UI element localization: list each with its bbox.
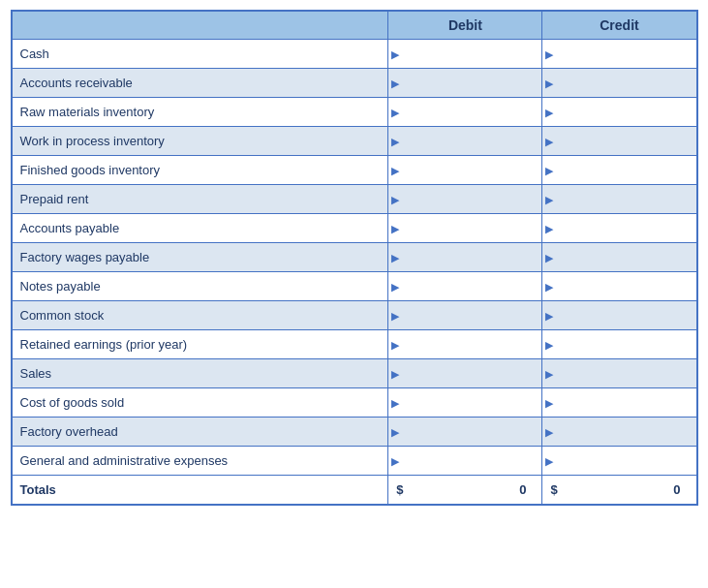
- debit-cell[interactable]: ▶: [388, 447, 542, 476]
- table-row: Prepaid rent▶▶: [12, 185, 696, 214]
- accounting-table: Debit Credit Cash▶▶Accounts receivable▶▶…: [11, 10, 698, 506]
- debit-cell[interactable]: ▶: [388, 243, 542, 272]
- credit-cell[interactable]: ▶: [542, 418, 696, 447]
- credit-arrow-icon: ▶: [545, 338, 553, 351]
- debit-input[interactable]: [388, 129, 541, 154]
- debit-input[interactable]: [388, 158, 541, 183]
- debit-input[interactable]: [388, 390, 541, 416]
- credit-input[interactable]: [542, 419, 695, 445]
- credit-input[interactable]: [542, 361, 695, 387]
- credit-input[interactable]: [542, 274, 695, 299]
- debit-cell[interactable]: ▶: [388, 330, 542, 359]
- debit-dollar-sign: $: [396, 482, 403, 497]
- credit-cell[interactable]: ▶: [542, 243, 696, 272]
- credit-arrow-icon: ▶: [545, 396, 553, 409]
- credit-cell[interactable]: ▶: [542, 127, 696, 156]
- debit-arrow-icon: ▶: [391, 338, 399, 351]
- credit-input[interactable]: [542, 71, 695, 96]
- credit-arrow-icon: ▶: [545, 77, 553, 89]
- credit-input[interactable]: [542, 216, 695, 241]
- account-label: Work in process inventory: [12, 127, 388, 156]
- debit-input[interactable]: [388, 419, 541, 445]
- debit-cell[interactable]: ▶: [388, 40, 542, 69]
- account-label: Retained earnings (prior year): [12, 330, 388, 359]
- credit-input[interactable]: [542, 100, 695, 125]
- table-row: Cost of goods sold▶▶: [12, 388, 696, 418]
- debit-cell[interactable]: ▶: [388, 272, 542, 301]
- credit-cell[interactable]: ▶: [542, 69, 696, 98]
- debit-cell[interactable]: ▶: [388, 98, 542, 127]
- debit-arrow-icon: ▶: [391, 222, 399, 234]
- label-header: [12, 12, 388, 40]
- credit-arrow-icon: ▶: [545, 367, 553, 380]
- debit-input[interactable]: [388, 274, 541, 299]
- credit-dollar-sign: $: [550, 482, 557, 497]
- credit-cell[interactable]: ▶: [542, 98, 696, 127]
- debit-input[interactable]: [388, 245, 541, 270]
- credit-arrow-icon: ▶: [545, 425, 553, 438]
- credit-cell[interactable]: ▶: [542, 447, 696, 476]
- credit-input[interactable]: [542, 245, 695, 270]
- debit-cell[interactable]: ▶: [388, 301, 542, 330]
- debit-cell[interactable]: ▶: [388, 185, 542, 214]
- debit-cell[interactable]: ▶: [388, 388, 542, 418]
- credit-input[interactable]: [542, 129, 695, 154]
- credit-input[interactable]: [542, 449, 695, 474]
- credit-arrow-icon: ▶: [545, 106, 553, 118]
- debit-input[interactable]: [388, 100, 541, 125]
- table-row: Factory wages payable▶▶: [12, 243, 696, 272]
- credit-input[interactable]: [542, 42, 695, 67]
- debit-arrow-icon: ▶: [391, 193, 399, 205]
- credit-cell[interactable]: ▶: [542, 388, 696, 418]
- debit-input[interactable]: [388, 187, 541, 212]
- account-label: Finished goods inventory: [12, 156, 388, 185]
- credit-cell[interactable]: ▶: [542, 330, 696, 359]
- credit-arrow-icon: ▶: [545, 251, 553, 263]
- debit-arrow-icon: ▶: [391, 309, 399, 322]
- credit-input[interactable]: [542, 303, 695, 328]
- debit-arrow-icon: ▶: [391, 396, 399, 409]
- debit-cell[interactable]: ▶: [388, 156, 542, 185]
- debit-input[interactable]: [388, 332, 541, 357]
- credit-cell[interactable]: ▶: [542, 185, 696, 214]
- credit-arrow-icon: ▶: [545, 47, 553, 60]
- credit-cell[interactable]: ▶: [542, 156, 696, 185]
- credit-input[interactable]: [542, 332, 695, 357]
- credit-input[interactable]: [542, 187, 695, 212]
- debit-input[interactable]: [388, 71, 541, 96]
- credit-cell[interactable]: ▶: [542, 272, 696, 301]
- debit-cell[interactable]: ▶: [388, 127, 542, 156]
- debit-arrow-icon: ▶: [391, 164, 399, 176]
- totals-row: Totals$0$0: [12, 476, 696, 505]
- table-row: Sales▶▶: [12, 359, 696, 388]
- credit-input[interactable]: [542, 158, 695, 183]
- debit-cell[interactable]: ▶: [388, 359, 542, 388]
- totals-label: Totals: [12, 476, 388, 505]
- credit-cell[interactable]: ▶: [542, 40, 696, 69]
- debit-input[interactable]: [388, 42, 541, 67]
- table-row: Factory overhead▶▶: [12, 418, 696, 447]
- table-row: Accounts receivable▶▶: [12, 69, 696, 98]
- debit-cell[interactable]: ▶: [388, 418, 542, 447]
- debit-input[interactable]: [388, 361, 541, 387]
- account-label: General and administrative expenses: [12, 447, 388, 476]
- table-row: Work in process inventory▶▶: [12, 127, 696, 156]
- account-label: Cost of goods sold: [12, 388, 388, 418]
- credit-arrow-icon: ▶: [545, 193, 553, 205]
- debit-arrow-icon: ▶: [391, 367, 399, 380]
- table-row: Accounts payable▶▶: [12, 214, 696, 243]
- credit-cell[interactable]: ▶: [542, 301, 696, 330]
- debit-input[interactable]: [388, 303, 541, 328]
- debit-input[interactable]: [388, 216, 541, 241]
- debit-input[interactable]: [388, 449, 541, 474]
- credit-arrow-icon: ▶: [545, 454, 553, 467]
- debit-cell[interactable]: ▶: [388, 214, 542, 243]
- credit-arrow-icon: ▶: [545, 222, 553, 234]
- credit-cell[interactable]: ▶: [542, 359, 696, 388]
- account-label: Notes payable: [12, 272, 388, 301]
- credit-input[interactable]: [542, 390, 695, 416]
- account-label: Accounts payable: [12, 214, 388, 243]
- debit-cell[interactable]: ▶: [388, 69, 542, 98]
- debit-total-value: 0: [519, 482, 526, 497]
- credit-cell[interactable]: ▶: [542, 214, 696, 243]
